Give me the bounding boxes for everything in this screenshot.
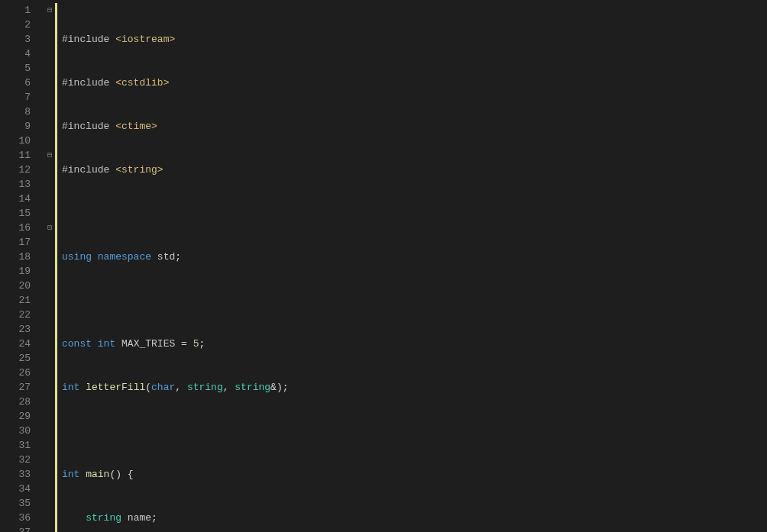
line-number[interactable]: 11 xyxy=(0,148,44,163)
line-number[interactable]: 36 xyxy=(0,511,44,525)
fold-marker xyxy=(44,467,55,482)
line-number[interactable]: 23 xyxy=(0,322,44,337)
line-number[interactable]: 17 xyxy=(0,235,44,250)
fold-marker xyxy=(44,322,55,337)
punct: ; xyxy=(199,338,205,350)
fold-marker xyxy=(44,380,55,395)
fold-marker xyxy=(44,264,55,279)
type: string xyxy=(86,512,128,524)
code-line[interactable]: const int MAX_TRIES = 5; xyxy=(62,337,767,351)
line-number[interactable]: 1 xyxy=(0,3,44,18)
fold-marker xyxy=(44,76,55,90)
fold-marker xyxy=(44,163,55,177)
line-number[interactable]: 37 xyxy=(0,525,44,532)
code-line[interactable]: string name; xyxy=(62,511,767,525)
line-number[interactable]: 6 xyxy=(0,76,44,90)
line-number[interactable]: 14 xyxy=(0,192,44,206)
header: <cstdlib> xyxy=(115,77,169,89)
fold-marker xyxy=(44,424,55,438)
code-line[interactable]: using namespace std; xyxy=(62,250,767,264)
line-number[interactable]: 25 xyxy=(0,351,44,366)
code-line[interactable]: #include <iostream> xyxy=(62,32,767,47)
fold-marker[interactable]: ⊟ xyxy=(44,148,55,163)
fn: main xyxy=(86,469,109,480)
line-number[interactable]: 28 xyxy=(0,395,44,409)
line-number[interactable]: 30 xyxy=(0,424,44,438)
punct: ; xyxy=(175,251,181,263)
code-line[interactable] xyxy=(62,424,767,438)
line-number-gutter: 1234567891011121314151617181920212223242… xyxy=(0,0,44,532)
line-number[interactable]: 20 xyxy=(0,279,44,293)
preproc: #include xyxy=(62,121,115,132)
line-number[interactable]: 33 xyxy=(0,467,44,482)
line-number[interactable]: 7 xyxy=(0,90,44,105)
line-number[interactable]: 35 xyxy=(0,496,44,511)
line-number[interactable]: 21 xyxy=(0,293,44,308)
line-number[interactable]: 31 xyxy=(0,438,44,453)
code-line[interactable]: int main() { xyxy=(62,467,767,482)
line-number[interactable]: 12 xyxy=(0,163,44,177)
line-number[interactable]: 4 xyxy=(0,47,44,61)
fold-marker[interactable]: ⊟ xyxy=(44,3,55,18)
header: <iostream> xyxy=(115,34,175,45)
fold-marker xyxy=(44,395,55,409)
code-line[interactable] xyxy=(62,293,767,308)
preproc: #include xyxy=(62,164,115,176)
fold-marker xyxy=(44,308,55,322)
line-number[interactable]: 24 xyxy=(0,337,44,351)
fold-marker xyxy=(44,61,55,76)
line-number[interactable]: 9 xyxy=(0,119,44,134)
preproc: #include xyxy=(62,34,115,45)
fold-marker xyxy=(44,32,55,47)
fold-marker xyxy=(44,134,55,148)
fold-marker xyxy=(44,18,55,32)
fold-marker xyxy=(44,525,55,532)
line-number[interactable]: 18 xyxy=(0,250,44,264)
line-number[interactable]: 3 xyxy=(0,32,44,47)
line-number[interactable]: 29 xyxy=(0,409,44,424)
header: <string> xyxy=(115,164,163,176)
fold-marker xyxy=(44,192,55,206)
line-number[interactable]: 2 xyxy=(0,18,44,32)
kw: int xyxy=(62,469,86,480)
fold-marker xyxy=(44,177,55,192)
line-number[interactable]: 34 xyxy=(0,482,44,496)
fold-marker xyxy=(44,496,55,511)
code-editor[interactable]: 1234567891011121314151617181920212223242… xyxy=(0,0,767,532)
line-number[interactable]: 15 xyxy=(0,206,44,221)
type: string xyxy=(187,382,223,393)
code-line[interactable]: #include <string> xyxy=(62,163,767,177)
line-number[interactable]: 13 xyxy=(0,177,44,192)
kw: int xyxy=(98,338,121,350)
fold-marker xyxy=(44,206,55,221)
fold-marker xyxy=(44,366,55,380)
line-number[interactable]: 27 xyxy=(0,380,44,395)
punct: , xyxy=(223,382,235,393)
line-number[interactable]: 8 xyxy=(0,105,44,119)
fn: letterFill xyxy=(86,382,145,393)
code-content[interactable]: #include <iostream> #include <cstdlib> #… xyxy=(57,0,767,532)
fold-column[interactable]: ⊟⊟⊟ xyxy=(44,0,55,532)
line-number[interactable]: 32 xyxy=(0,453,44,467)
kw: int xyxy=(62,382,86,393)
code-line[interactable]: int letterFill(char, string, string&); xyxy=(62,380,767,395)
punct: () { xyxy=(109,469,133,480)
type: string xyxy=(235,382,270,393)
fold-marker[interactable]: ⊟ xyxy=(44,221,55,235)
var: name xyxy=(128,512,151,524)
line-number[interactable]: 19 xyxy=(0,264,44,279)
punct: , xyxy=(175,382,187,393)
ns: std xyxy=(157,251,175,263)
line-number[interactable]: 22 xyxy=(0,308,44,322)
code-line[interactable] xyxy=(62,206,767,221)
punct: = xyxy=(181,338,193,350)
line-number[interactable]: 5 xyxy=(0,61,44,76)
line-number[interactable]: 16 xyxy=(0,221,44,235)
fold-marker xyxy=(44,293,55,308)
fold-marker xyxy=(44,453,55,467)
code-line[interactable]: #include <ctime> xyxy=(62,119,767,134)
line-number[interactable]: 26 xyxy=(0,366,44,380)
line-number[interactable]: 10 xyxy=(0,134,44,148)
code-line[interactable]: #include <cstdlib> xyxy=(62,76,767,90)
punct: ; xyxy=(151,512,157,524)
